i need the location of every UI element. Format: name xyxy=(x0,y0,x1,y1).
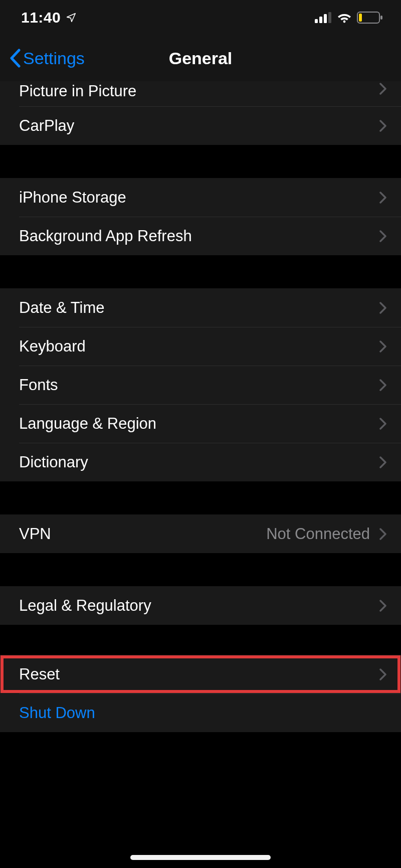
cellular-signal-icon xyxy=(315,12,332,23)
row-shut-down[interactable]: Shut Down xyxy=(0,693,401,732)
chevron-right-icon xyxy=(379,379,387,392)
chevron-right-icon xyxy=(379,528,387,541)
row-label: CarPlay xyxy=(19,117,74,135)
settings-group: Picture in Picture CarPlay xyxy=(0,81,401,145)
row-date-time[interactable]: Date & Time xyxy=(0,288,401,327)
row-carplay[interactable]: CarPlay xyxy=(0,106,401,145)
battery-icon xyxy=(357,12,383,24)
chevron-right-icon xyxy=(379,119,387,132)
row-vpn[interactable]: VPN Not Connected xyxy=(0,514,401,553)
svg-rect-1 xyxy=(319,17,322,23)
chevron-right-icon xyxy=(379,191,387,204)
chevron-right-icon xyxy=(379,668,387,681)
row-label: Legal & Regulatory xyxy=(19,597,151,615)
group-separator xyxy=(0,481,401,514)
svg-point-4 xyxy=(343,21,346,23)
chevron-right-icon xyxy=(379,301,387,314)
status-bar: 11:40 xyxy=(0,0,401,35)
chevron-right-icon xyxy=(379,340,387,353)
settings-group: Reset Shut Down xyxy=(0,655,401,732)
row-label: Dictionary xyxy=(19,453,88,471)
group-separator xyxy=(0,145,401,178)
home-indicator[interactable] xyxy=(130,855,271,860)
settings-group: VPN Not Connected xyxy=(0,514,401,553)
svg-rect-0 xyxy=(315,19,318,23)
row-dictionary[interactable]: Dictionary xyxy=(0,443,401,481)
row-label: Picture in Picture xyxy=(19,82,136,100)
row-background-app-refresh[interactable]: Background App Refresh xyxy=(0,217,401,255)
svg-rect-7 xyxy=(359,14,362,22)
chevron-right-icon xyxy=(379,230,387,243)
svg-rect-3 xyxy=(328,12,331,23)
back-label: Settings xyxy=(23,49,85,68)
row-reset[interactable]: Reset xyxy=(0,655,401,693)
row-label: Reset xyxy=(19,665,60,683)
settings-group: iPhone Storage Background App Refresh xyxy=(0,178,401,255)
row-language-region[interactable]: Language & Region xyxy=(0,404,401,443)
row-label: Shut Down xyxy=(19,704,95,722)
settings-group: Legal & Regulatory xyxy=(0,586,401,625)
row-label: Language & Region xyxy=(19,415,156,433)
status-time: 11:40 xyxy=(21,9,61,26)
row-label: Fonts xyxy=(19,376,58,394)
group-separator xyxy=(0,625,401,655)
svg-rect-6 xyxy=(380,16,382,20)
back-button[interactable]: Settings xyxy=(0,49,85,68)
group-separator xyxy=(0,553,401,586)
row-legal-regulatory[interactable]: Legal & Regulatory xyxy=(0,586,401,625)
settings-group: Date & Time Keyboard Fonts Language & Re… xyxy=(0,288,401,481)
row-label: Date & Time xyxy=(19,299,105,317)
nav-bar: Settings General xyxy=(0,35,401,81)
row-fonts[interactable]: Fonts xyxy=(0,366,401,404)
chevron-right-icon xyxy=(379,599,387,612)
row-keyboard[interactable]: Keyboard xyxy=(0,327,401,366)
row-label: Keyboard xyxy=(19,337,86,356)
chevron-left-icon xyxy=(9,49,21,68)
row-detail: Not Connected xyxy=(266,525,373,543)
wifi-icon xyxy=(337,12,352,23)
row-iphone-storage[interactable]: iPhone Storage xyxy=(0,178,401,217)
row-picture-in-picture[interactable]: Picture in Picture xyxy=(0,81,401,106)
location-services-icon xyxy=(66,12,77,23)
svg-rect-2 xyxy=(324,14,327,23)
row-label: iPhone Storage xyxy=(19,189,126,207)
row-label: VPN xyxy=(19,525,51,543)
chevron-right-icon xyxy=(379,82,387,95)
chevron-right-icon xyxy=(379,417,387,430)
group-separator xyxy=(0,255,401,288)
row-label: Background App Refresh xyxy=(19,227,192,245)
chevron-right-icon xyxy=(379,456,387,469)
